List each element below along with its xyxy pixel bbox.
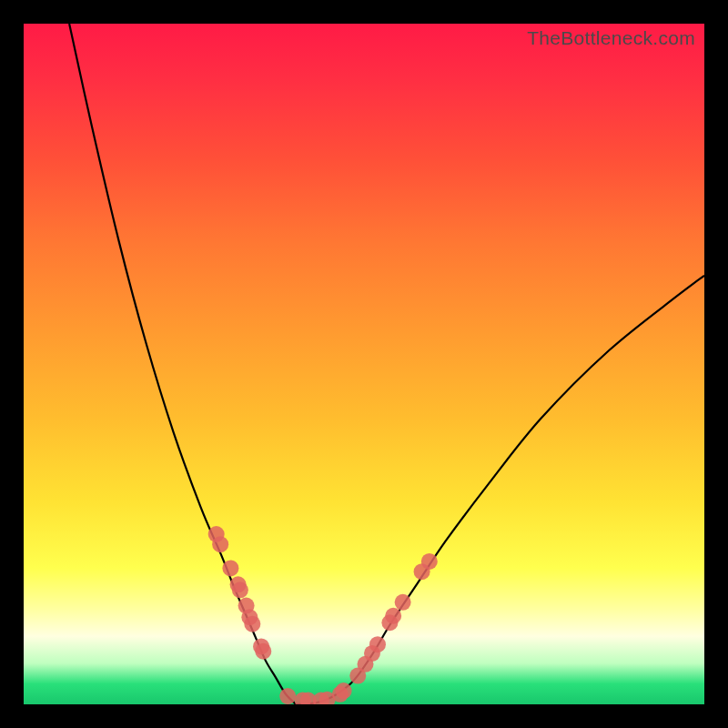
data-point <box>385 608 401 624</box>
left-curve <box>69 24 296 704</box>
data-point <box>212 536 228 552</box>
data-dots <box>208 526 438 704</box>
data-point <box>369 636 386 652</box>
data-point <box>395 594 411 611</box>
data-point <box>421 553 438 570</box>
data-point <box>222 560 238 576</box>
plot-area: TheBottleneck.com <box>24 24 704 704</box>
right-curve <box>296 276 704 704</box>
data-point <box>336 682 352 699</box>
watermark-text: TheBottleneck.com <box>527 27 695 49</box>
data-point <box>255 643 271 660</box>
data-point <box>232 581 248 598</box>
data-point <box>279 688 296 704</box>
data-point <box>244 616 260 632</box>
chart-frame: TheBottleneck.com <box>0 0 728 728</box>
curve-group <box>69 24 704 704</box>
chart-svg <box>24 24 704 704</box>
